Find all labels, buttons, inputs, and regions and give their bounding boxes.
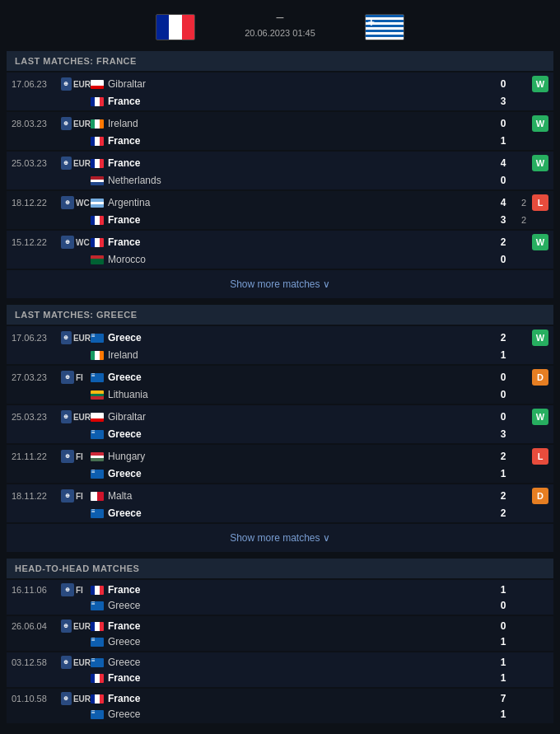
match-date-cell: 15.12.22 — [12, 237, 61, 247]
team1-name: France — [108, 236, 140, 248]
team1-name: France — [108, 584, 140, 596]
france-matches: 17.06.23⊕EURGibraltar0WFrance328.03.23⊕E… — [7, 72, 553, 269]
match-row-top: 03.12.58⊕EURGreece1 — [7, 652, 553, 671]
team1-cell: France — [91, 157, 491, 169]
team1-cell: Greece — [91, 372, 491, 383]
gibraltar-flag-icon — [91, 413, 104, 422]
comp-icon: ⊕ — [61, 371, 74, 384]
match-group: 16.11.06⊕FIFrance1Greece0 — [7, 580, 553, 615]
france-flag-icon — [91, 216, 104, 225]
team1-cell: Ireland — [91, 118, 491, 129]
match-row-bottom: France1 — [7, 133, 553, 150]
team2-cell: Netherlands — [91, 175, 491, 186]
comp-label: FI — [76, 452, 83, 461]
score2: 1 — [491, 135, 516, 147]
team2-name: Netherlands — [108, 175, 161, 186]
comp-cell: ⊕WC — [61, 236, 91, 249]
comp-cell: ⊕EUR — [61, 656, 91, 669]
match-group: 18.11.22⊕FIMalta2DGreece2 — [7, 484, 553, 522]
greece-flag-icon — [91, 601, 104, 610]
france-flag-icon — [91, 586, 104, 595]
match-row-bottom: Netherlands0 — [7, 173, 553, 189]
team2-name: Lithuania — [108, 389, 148, 400]
comp-cell: ⊕WC — [61, 196, 91, 209]
match-row-top: 27.03.23⊕FIGreece0D — [7, 366, 553, 387]
score1: 2 — [491, 332, 516, 344]
match-row-bottom: Greece1 — [7, 466, 553, 483]
greece-show-more[interactable]: Show more matches ∨ — [7, 524, 553, 552]
comp-label: WC — [76, 238, 90, 247]
team1-cell: Argentina — [91, 197, 491, 208]
france-flag-icon — [91, 97, 104, 106]
france-show-more[interactable]: Show more matches ∨ — [7, 270, 553, 298]
comp-label: FI — [76, 373, 83, 382]
comp-icon: ⊕ — [61, 331, 72, 344]
team2-cell: Morocco — [91, 254, 491, 265]
team1-cell: Greece — [91, 657, 491, 668]
comp-cell: ⊕EUR — [61, 117, 91, 130]
team1-cell: France — [91, 620, 491, 632]
team2-cell: Greece — [91, 708, 491, 720]
team1-name: Greece — [108, 657, 140, 668]
hungary-flag-icon — [91, 452, 104, 461]
match-date-cell: 27.03.23 — [12, 372, 61, 382]
greece-flag-icon — [91, 373, 104, 382]
malta-flag-icon — [91, 492, 104, 501]
match-date-cell: 17.06.23 — [12, 79, 61, 89]
team1-cell: Gibraltar — [91, 78, 491, 90]
match-row-top: 16.11.06⊕FIFrance1 — [7, 580, 553, 598]
team2-cell: Greece — [91, 468, 491, 479]
comp-cell: ⊕EUR — [61, 157, 91, 170]
score1: 7 — [491, 693, 516, 704]
match-row-top: 26.06.04⊕EURFrance0 — [7, 616, 553, 634]
team2-name: Greece — [108, 708, 140, 720]
team2-name: France — [108, 96, 140, 107]
team2-cell: Greece — [91, 636, 491, 648]
comp-icon: ⊕ — [61, 692, 72, 705]
comp-icon: ⊕ — [61, 619, 72, 633]
match-date-cell: 03.12.58 — [12, 657, 61, 667]
argentina-flag-icon — [91, 199, 104, 208]
team1-name: Gibraltar — [108, 411, 146, 423]
result-badge: W — [532, 409, 548, 425]
team2-name: Greece — [108, 428, 142, 440]
team1-name: France — [108, 693, 140, 704]
team2-name: France — [108, 672, 140, 684]
comp-label: EUR — [73, 694, 91, 704]
match-row-bottom: France32 — [7, 213, 553, 229]
greece-flag-icon — [91, 509, 104, 518]
match-date-cell: 18.12.22 — [12, 198, 61, 208]
match-row-top: 01.10.58⊕EURFrance7 — [7, 689, 553, 707]
match-header: – 20.06.2023 01:45 — [0, 0, 560, 51]
extra1: 2 — [516, 198, 532, 208]
team2-cell: Lithuania — [91, 389, 491, 400]
france-flag-icon — [91, 674, 104, 683]
team2-cell: France — [91, 672, 491, 684]
france-flag-icon — [91, 622, 104, 631]
match-group: 28.03.23⊕EURIreland0WFrance1 — [7, 112, 553, 150]
comp-cell: ⊕EUR — [61, 410, 91, 423]
lithuania-flag-icon — [91, 390, 104, 400]
result-badge: W — [532, 234, 548, 250]
gibraltar-flag-icon — [91, 80, 104, 89]
comp-icon: ⊕ — [61, 157, 72, 170]
comp-label: EUR — [73, 159, 91, 168]
match-row-top: 25.03.23⊕EURGibraltar0W — [7, 405, 553, 427]
ireland-flag-icon — [91, 119, 104, 129]
comp-cell: ⊕FI — [61, 371, 91, 384]
match-row-top: 17.06.23⊕EURGibraltar0W — [7, 72, 553, 94]
match-row-bottom: Greece2 — [7, 506, 553, 522]
team2-cell: France — [91, 135, 491, 147]
match-row-top: 28.03.23⊕EURIreland0W — [7, 112, 553, 133]
comp-icon: ⊕ — [61, 489, 74, 503]
greece-flag-icon — [91, 430, 104, 439]
comp-icon: ⊕ — [61, 583, 74, 596]
result-badge: L — [532, 448, 548, 465]
match-row-bottom: Greece0 — [7, 598, 553, 615]
result-badge: D — [532, 369, 548, 386]
match-row-top: 21.11.22⊕FIHungary2L — [7, 445, 553, 466]
team1-cell: Greece — [91, 332, 491, 344]
score2: 3 — [491, 428, 516, 440]
match-row-top: 25.03.23⊕EURFrance4W — [7, 152, 553, 173]
comp-icon: ⊕ — [61, 450, 74, 463]
